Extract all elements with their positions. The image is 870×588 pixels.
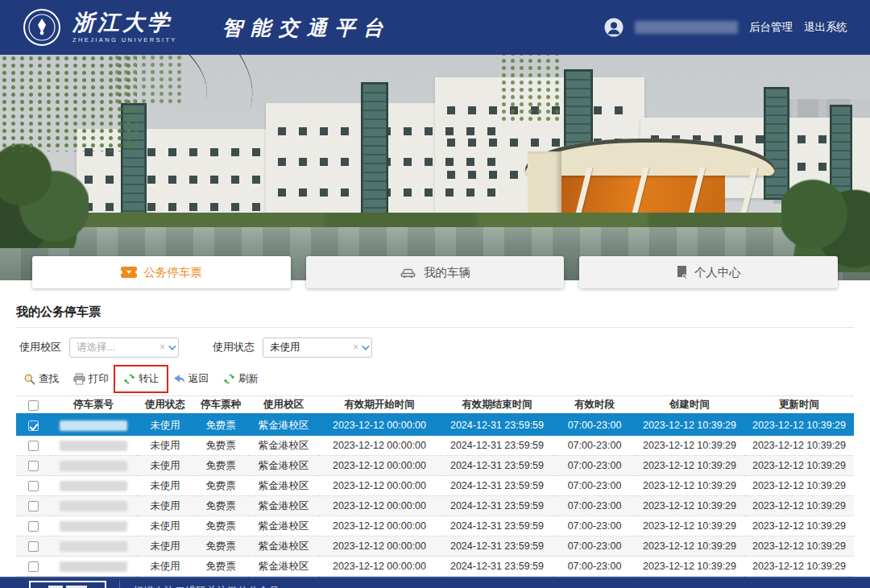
updated-time-cell: 2023-12-12 10:39:29: [744, 416, 854, 436]
valid-start-cell: 2023-12-12 00:00:00: [319, 496, 440, 516]
row-check-cell: [16, 416, 50, 436]
column-header[interactable]: 使用校区: [248, 396, 319, 413]
tab-label: 个人中心: [694, 265, 741, 280]
divider: [119, 581, 120, 588]
backend-management-link[interactable]: 后台管理: [749, 20, 793, 35]
row-check-cell: [16, 496, 50, 516]
tab-personal-center[interactable]: 个人中心: [579, 256, 838, 288]
refresh-button[interactable]: 刷新: [222, 371, 260, 387]
ticket-number-cell: [50, 516, 137, 536]
valid-end-cell: 2024-12-31 23:59:59: [440, 476, 554, 496]
row-checkbox[interactable]: [28, 461, 39, 471]
profile-card-icon: [677, 266, 687, 279]
campus-filter-combobox[interactable]: 请选择... ×: [69, 337, 179, 358]
valid-start-cell: 2023-12-12 00:00:00: [319, 416, 440, 436]
tool-label: 查找: [39, 372, 59, 386]
row-checkbox[interactable]: [28, 501, 39, 511]
campus-filter-value: 请选择...: [77, 341, 156, 354]
clear-icon[interactable]: ×: [353, 342, 358, 352]
tool-label: 返回: [188, 372, 209, 386]
campus-cell: 紫金港校区: [248, 436, 319, 456]
tab-label: 我的车辆: [424, 265, 470, 280]
row-checkbox[interactable]: [28, 541, 39, 552]
back-button[interactable]: 返回: [172, 371, 210, 387]
ticket-type-cell: 免费票: [193, 557, 248, 577]
transfer-button[interactable]: 转让: [122, 371, 160, 387]
redacted-ticket-number: [60, 541, 127, 552]
select-all-checkbox[interactable]: [28, 400, 39, 411]
status-cell: 未使用: [137, 557, 193, 577]
printer-icon: [73, 373, 85, 385]
table-row[interactable]: 未使用 免费票 紫金港校区 2023-12-12 00:00:00 2024-1…: [16, 557, 854, 577]
tool-label: 打印: [89, 372, 109, 386]
table-row[interactable]: 未使用 免费票 紫金港校区 2023-12-12 00:00:00 2024-1…: [16, 456, 854, 476]
glass-tower: [361, 82, 388, 227]
campus-cell: 紫金港校区: [248, 557, 319, 577]
ticket-number-cell: [50, 536, 137, 557]
table-row[interactable]: 未使用 免费票 紫金港校区 2023-12-12 00:00:00 2024-1…: [16, 496, 854, 516]
status-cell: 未使用: [137, 436, 193, 456]
table-row[interactable]: 未使用 免费票 紫金港校区 2023-12-12 00:00:00 2024-1…: [16, 476, 854, 496]
chevron-down-icon[interactable]: [168, 342, 176, 350]
campus-cell: 紫金港校区: [248, 416, 319, 436]
row-checkbox[interactable]: [28, 521, 39, 532]
valid-start-cell: 2023-12-12 00:00:00: [319, 456, 440, 476]
row-checkbox[interactable]: [28, 441, 39, 451]
valid-period-cell: 07:00-23:00: [554, 536, 635, 557]
clear-icon[interactable]: ×: [160, 342, 165, 352]
ticket-number-cell: [50, 496, 137, 516]
valid-period-cell: 07:00-23:00: [554, 436, 635, 456]
tool-label: 转让: [139, 372, 159, 386]
valid-end-cell: 2024-12-31 23:59:59: [440, 436, 554, 456]
created-time-cell: 2023-12-12 10:39:29: [635, 496, 744, 516]
valid-start-cell: 2023-12-12 00:00:00: [319, 516, 440, 536]
redacted-username: [635, 21, 738, 34]
valid-period-cell: 07:00-23:00: [554, 456, 635, 476]
table-row[interactable]: 未使用 免费票 紫金港校区 2023-12-12 00:00:00 2024-1…: [16, 516, 854, 536]
column-header[interactable]: 停车票种: [193, 396, 248, 413]
row-check-cell: [16, 476, 50, 496]
valid-period-cell: 07:00-23:00: [554, 516, 635, 536]
table-toolbar: 查找 打印 转让: [16, 368, 854, 389]
back-icon: [173, 373, 185, 385]
window-band: [85, 176, 270, 184]
main-content: 我的公务停车票 使用校区 请选择... × 使用状态 未使用 ×: [0, 304, 870, 577]
status-cell: 未使用: [137, 496, 193, 516]
wechat-logo: [29, 581, 106, 588]
row-checkbox[interactable]: [28, 420, 39, 431]
redacted-ticket-number: [60, 521, 127, 532]
print-button[interactable]: 打印: [72, 371, 110, 387]
table-row[interactable]: 未使用 免费票 紫金港校区 2023-12-12 00:00:00 2024-1…: [16, 416, 854, 436]
chevron-down-icon[interactable]: [362, 342, 370, 350]
row-checkbox[interactable]: [28, 561, 39, 572]
ticket-type-cell: 免费票: [193, 416, 248, 436]
created-time-cell: 2023-12-12 10:39:29: [635, 416, 744, 436]
find-button[interactable]: 查找: [22, 371, 60, 387]
tab-official-parking-ticket[interactable]: 公务停车票: [32, 256, 291, 288]
tab-my-vehicles[interactable]: 我的车辆: [306, 256, 565, 288]
footer-bar: 扫描右边二维码关注微信公众号: [0, 577, 870, 588]
valid-period-cell: 07:00-23:00: [554, 476, 635, 496]
refresh-icon: [223, 373, 235, 385]
column-header[interactable]: 停车票号: [50, 396, 137, 413]
status-filter-combobox[interactable]: 未使用 ×: [263, 337, 372, 358]
redacted-ticket-number: [60, 561, 127, 572]
row-checkbox[interactable]: [28, 481, 39, 491]
created-time-cell: 2023-12-12 10:39:29: [635, 536, 744, 557]
created-time-cell: 2023-12-12 10:39:29: [635, 456, 744, 476]
column-header[interactable]: 创建时间: [635, 396, 744, 413]
valid-end-cell: 2024-12-31 23:59:59: [440, 416, 554, 436]
row-check-cell: [16, 436, 50, 456]
column-header[interactable]: 有效时段: [554, 396, 635, 413]
willow-leaves: [113, 55, 185, 103]
brand: 浙江大学 ZHEJIANG UNIVERSITY 智能交通平台: [23, 8, 392, 47]
table-row[interactable]: 未使用 免费票 紫金港校区 2023-12-12 00:00:00 2024-1…: [16, 536, 854, 557]
valid-end-cell: 2024-12-31 23:59:59: [440, 456, 554, 476]
table-row[interactable]: 未使用 免费票 紫金港校区 2023-12-12 00:00:00 2024-1…: [16, 436, 854, 456]
logout-link[interactable]: 退出系统: [804, 20, 847, 35]
column-header[interactable]: 有效期开始时间: [319, 396, 440, 413]
column-header[interactable]: 更新时间: [744, 396, 854, 413]
column-header[interactable]: 使用状态: [137, 396, 193, 413]
status-cell: 未使用: [137, 476, 193, 496]
column-header[interactable]: 有效期结束时间: [440, 396, 554, 413]
